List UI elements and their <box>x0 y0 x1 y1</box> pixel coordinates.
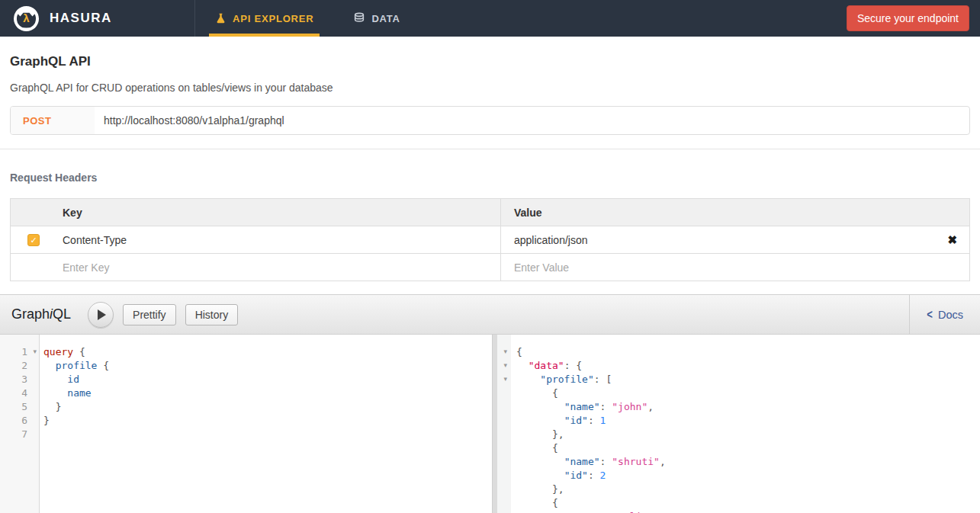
gutter-row: 7 <box>0 428 39 442</box>
graphiql-logo: GraphiQL <box>11 306 71 322</box>
history-button[interactable]: History <box>185 304 239 325</box>
top-navbar: λ HASURA API EXPLORER DATA Secure <box>0 0 980 37</box>
query-editor[interactable]: 1▾234567 query { profile { id name }} <box>0 335 492 513</box>
page-subtitle: GraphQL API for CRUD operations on table… <box>10 82 970 94</box>
line-number: 3 <box>21 374 27 385</box>
line-number: 6 <box>21 415 27 426</box>
fold-arrow-icon[interactable]: ▾ <box>503 348 507 355</box>
docs-label: Docs <box>938 309 963 321</box>
gutter-row: 6 <box>0 415 39 428</box>
fold-gutter: ▾▾▾ <box>497 335 511 513</box>
remove-header-icon[interactable]: ✖ <box>947 234 957 245</box>
query-code[interactable]: query { profile { id name }} <box>40 335 492 513</box>
tab-label: DATA <box>371 13 400 24</box>
line-number-gutter: 1▾234567 <box>0 335 40 513</box>
fold-arrow-icon[interactable]: ▾ <box>503 361 507 369</box>
database-icon <box>353 12 365 24</box>
gutter-row <box>497 497 511 511</box>
new-header-value-input[interactable] <box>514 254 969 281</box>
table-header-row: Key Value <box>11 199 969 226</box>
code-line: "id": 1 <box>516 415 980 428</box>
line-number: 2 <box>21 360 27 371</box>
gutter-row <box>497 428 511 442</box>
pane-resize-handle[interactable] <box>492 335 497 513</box>
code-line <box>43 428 492 442</box>
tab-label: API EXPLORER <box>233 13 313 24</box>
request-headers-title: Request Headers <box>10 172 970 184</box>
brand-name: HASURA <box>50 11 112 26</box>
gutter-row <box>497 470 511 483</box>
page-title: GraphQL API <box>10 54 970 69</box>
graphiql-panel: GraphiQL Prettify History < Docs 1▾23456… <box>0 294 980 513</box>
line-number: 1 <box>21 346 27 357</box>
code-line: "name": "shruti", <box>516 456 980 470</box>
graphiql-toolbar: GraphiQL Prettify History < Docs <box>0 295 980 335</box>
tab-api-explorer[interactable]: API EXPLORER <box>195 0 333 37</box>
gutter-row: 1▾ <box>0 346 39 360</box>
fold-arrow-icon[interactable]: ▾ <box>33 348 37 355</box>
line-number: 4 <box>21 387 27 399</box>
flask-icon <box>215 12 227 24</box>
column-header-key: Key <box>11 207 82 219</box>
gutter-row: ▾ <box>497 360 511 374</box>
brand: λ HASURA <box>0 0 194 37</box>
line-number: 7 <box>21 428 27 440</box>
section-divider <box>0 149 980 149</box>
docs-toggle-button[interactable]: < Docs <box>909 295 980 334</box>
column-header-value: Value <box>514 207 542 219</box>
response-viewer: ▾▾▾ { "data": { "profile": [ { "name": "… <box>497 335 980 513</box>
gutter-row: 3 <box>0 374 39 387</box>
navbar-tabs: API EXPLORER DATA <box>195 0 420 37</box>
gutter-row <box>497 456 511 470</box>
prettify-button[interactable]: Prettify <box>123 304 176 325</box>
gutter-row: ▾ <box>497 346 511 360</box>
endpoint-url: http://localhost:8080/v1alpha1/graphql <box>95 114 284 127</box>
code-line: id <box>43 374 492 387</box>
http-method-badge: POST <box>11 107 95 134</box>
gutter-row <box>497 415 511 428</box>
header-row-content-type: ✓ ✖ <box>11 226 969 254</box>
chevron-left-icon: < <box>927 308 933 322</box>
gutter-row <box>497 442 511 456</box>
code-line: "name": "john", <box>516 401 980 415</box>
code-line: "data": { <box>516 360 980 374</box>
new-header-key-input[interactable] <box>63 254 500 281</box>
code-line: "profile": [ <box>516 374 980 387</box>
gutter-row <box>497 483 511 497</box>
code-line: "id": 2 <box>516 470 980 483</box>
code-line: } <box>43 415 492 428</box>
code-line: } <box>43 401 492 415</box>
code-line: { <box>516 387 980 401</box>
code-line: }, <box>516 483 980 497</box>
fold-arrow-icon[interactable]: ▾ <box>503 375 507 383</box>
tab-data[interactable]: DATA <box>333 0 419 37</box>
line-number: 5 <box>21 401 27 412</box>
gutter-row: 4 <box>0 387 39 401</box>
secure-endpoint-button[interactable]: Secure your endpoint <box>847 5 969 31</box>
header-enabled-checkbox[interactable]: ✓ <box>27 234 40 246</box>
code-line: }, <box>516 428 980 442</box>
code-line: { <box>516 497 980 511</box>
code-line: { <box>516 346 980 360</box>
play-icon <box>98 309 106 320</box>
new-header-row <box>11 254 969 281</box>
code-line: name <box>43 387 492 401</box>
code-line: { <box>516 442 980 456</box>
header-key-input[interactable] <box>63 226 500 253</box>
execute-query-button[interactable] <box>88 302 114 328</box>
hasura-logo-icon: λ <box>14 6 39 31</box>
header-value-input[interactable] <box>514 226 941 253</box>
gutter-row: ▾ <box>497 374 511 387</box>
code-line: query { <box>43 346 492 360</box>
endpoint-box: POST http://localhost:8080/v1alpha1/grap… <box>10 106 970 135</box>
gutter-row <box>497 387 511 401</box>
gutter-row: 2 <box>0 360 39 374</box>
gutter-row <box>497 401 511 415</box>
response-code: { "data": { "profile": [ { "name": "john… <box>511 335 980 513</box>
gutter-row: 5 <box>0 401 39 415</box>
code-line: profile { <box>43 360 492 374</box>
request-headers-table: Key Value ✓ ✖ <box>10 198 970 281</box>
